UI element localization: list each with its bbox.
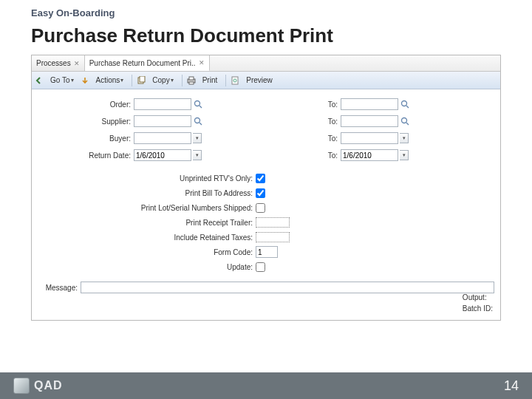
buyer-label: Buyer: <box>38 134 134 143</box>
search-icon[interactable] <box>193 99 203 109</box>
order-label: Order: <box>38 100 134 109</box>
toolbar: Go To ▾ Actions ▾ Copy ▾ Print Prev <box>32 72 500 89</box>
chevron-down-icon: ▾ <box>71 77 74 83</box>
search-icon[interactable] <box>400 99 410 109</box>
order-to-input[interactable] <box>341 98 398 110</box>
return-date-to-input[interactable] <box>341 149 398 161</box>
svg-rect-5 <box>232 77 238 84</box>
svg-line-12 <box>200 123 202 125</box>
tab-processes[interactable]: Processes ✕ <box>32 55 85 71</box>
row-order: Order: To: <box>38 97 494 112</box>
print-button[interactable]: Print <box>199 75 222 86</box>
to-label: To: <box>222 134 341 143</box>
chevron-down-icon[interactable]: ▾ <box>400 150 409 160</box>
unprinted-only-label: Unprinted RTV's Only: <box>38 174 256 183</box>
actions-button[interactable]: Actions ▾ <box>92 75 128 86</box>
chevron-down-icon[interactable]: ▾ <box>193 133 202 143</box>
chevron-down-icon[interactable]: ▾ <box>400 133 409 143</box>
nav-left-icon[interactable] <box>35 76 44 85</box>
svg-point-11 <box>195 118 200 123</box>
app-window: Processes ✕ Purchase Return Document Pri… <box>31 55 501 321</box>
order-input[interactable] <box>134 98 191 110</box>
unprinted-only-checkbox[interactable] <box>256 174 265 183</box>
brand-logo: QAD <box>13 378 63 394</box>
update-label: Update: <box>38 263 256 271</box>
row-form-code: Form Code: <box>38 245 494 259</box>
toolbar-separator <box>225 75 226 86</box>
return-date-label: Return Date: <box>38 151 134 160</box>
close-icon[interactable]: ✕ <box>199 59 205 66</box>
buyer-input[interactable] <box>134 132 191 144</box>
message-input[interactable] <box>81 282 494 293</box>
svg-rect-1 <box>140 76 145 82</box>
preview-icon[interactable] <box>231 76 239 85</box>
brand-text: QAD <box>34 379 63 392</box>
svg-rect-4 <box>189 82 194 84</box>
chevron-down-icon: ▾ <box>120 77 123 83</box>
to-label: To: <box>222 151 341 160</box>
goto-button[interactable]: Go To ▾ <box>47 75 78 86</box>
section-header: Easy On-Boarding <box>0 0 532 21</box>
svg-rect-3 <box>189 77 194 80</box>
row-unprinted: Unprinted RTV's Only: <box>38 171 494 185</box>
supplier-input[interactable] <box>134 115 191 127</box>
svg-point-9 <box>402 101 407 106</box>
toolbar-label: Go To <box>50 76 70 84</box>
row-billto: Print Bill To Address: <box>38 185 494 200</box>
include-retained-taxes-label: Include Retained Taxes: <box>38 233 256 242</box>
to-label: To: <box>222 100 341 109</box>
supplier-to-input[interactable] <box>341 115 398 127</box>
svg-line-10 <box>406 106 409 108</box>
chevron-down-icon[interactable]: ▾ <box>193 150 202 160</box>
tab-bar: Processes ✕ Purchase Return Document Pri… <box>32 55 500 72</box>
search-icon[interactable] <box>193 116 203 126</box>
copy-button[interactable]: Copy ▾ <box>149 75 177 86</box>
svg-line-14 <box>406 123 409 125</box>
search-icon[interactable] <box>400 116 410 126</box>
page-title: Purchase Return Document Print <box>0 21 532 55</box>
row-receipt-trailer: Print Receipt Trailer: <box>38 215 494 230</box>
row-buyer: Buyer: ▾ To: ▾ <box>38 131 494 146</box>
toolbar-label: Print <box>202 76 218 84</box>
tab-label: Processes <box>36 59 71 67</box>
to-label: To: <box>222 117 341 126</box>
row-retained-taxes: Include Retained Taxes: <box>38 230 494 245</box>
footer-labels: Output: Batch ID: <box>463 293 493 316</box>
svg-point-13 <box>402 118 407 123</box>
logo-icon <box>13 378 30 394</box>
batch-id-label: Batch ID: <box>463 304 493 313</box>
row-return-date: Return Date: ▾ To: ▾ <box>38 148 494 163</box>
toolbar-label: Copy <box>152 76 169 84</box>
svg-line-8 <box>200 106 202 108</box>
page-number: 14 <box>504 378 519 394</box>
print-lot-serial-label: Print Lot/Serial Numbers Shipped: <box>38 204 256 212</box>
update-checkbox[interactable] <box>256 262 265 272</box>
print-bill-to-checkbox[interactable] <box>256 188 265 198</box>
preview-button[interactable]: Preview <box>242 75 276 86</box>
down-arrow-icon[interactable] <box>81 76 89 85</box>
chevron-down-icon: ▾ <box>171 77 174 83</box>
print-receipt-trailer-input[interactable] <box>256 217 290 228</box>
print-icon[interactable] <box>187 76 196 85</box>
print-bill-to-label: Print Bill To Address: <box>38 189 256 197</box>
message-label: Message: <box>38 284 81 292</box>
toolbar-label: Actions <box>96 76 120 84</box>
svg-point-7 <box>195 101 200 106</box>
supplier-label: Supplier: <box>38 117 134 126</box>
tab-purchase-return[interactable]: Purchase Return Document Pri.. ✕ <box>85 55 210 71</box>
return-date-input[interactable] <box>134 149 191 161</box>
include-retained-taxes-input[interactable] <box>256 232 290 242</box>
print-lot-serial-checkbox[interactable] <box>256 203 265 213</box>
row-lotserial: Print Lot/Serial Numbers Shipped: <box>38 200 494 215</box>
copy-icon[interactable] <box>137 76 146 85</box>
print-receipt-trailer-label: Print Receipt Trailer: <box>38 219 256 227</box>
toolbar-label: Preview <box>246 76 273 84</box>
page-footer: QAD 14 <box>0 372 532 399</box>
tab-label: Purchase Return Document Pri.. <box>89 59 196 67</box>
toolbar-separator <box>132 75 132 86</box>
row-update: Update: <box>38 259 494 274</box>
form-area: Order: To: Supplier: <box>32 89 500 277</box>
close-icon[interactable]: ✕ <box>74 60 80 67</box>
buyer-to-input[interactable] <box>341 132 398 144</box>
form-code-input[interactable] <box>256 246 278 258</box>
